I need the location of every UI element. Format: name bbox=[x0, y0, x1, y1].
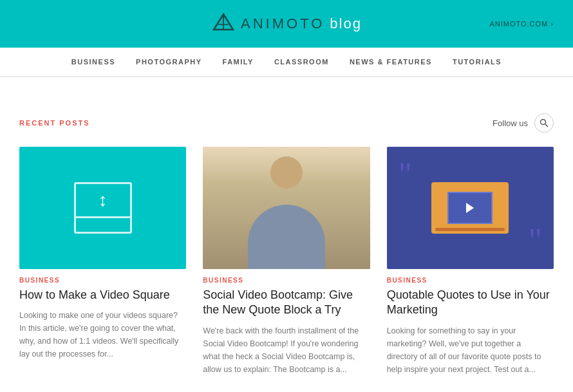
section-title: RECENT POSTS bbox=[19, 119, 90, 127]
posts-grid: ↕ BUSINESS How to Make a Video Square Lo… bbox=[19, 147, 554, 376]
post-1-title: How to Make a Video Square bbox=[19, 288, 186, 303]
play-icon bbox=[466, 203, 474, 213]
nav-divider bbox=[0, 77, 573, 77]
logo-blog: blog bbox=[330, 15, 362, 32]
post-card-3[interactable]: " " BUSINESS Quotable Quotes to Use in Y… bbox=[387, 147, 554, 376]
site-link[interactable]: ANIMOTO.COM › bbox=[489, 20, 554, 28]
person-photo bbox=[203, 147, 370, 269]
nav-business[interactable]: BUSINESS bbox=[71, 58, 115, 66]
post-3-excerpt: Looking for something to say in your mar… bbox=[387, 324, 554, 376]
post-1-excerpt: Looking to make one of your videos squar… bbox=[19, 309, 186, 360]
logo-icon bbox=[211, 12, 236, 36]
post-1-category: BUSINESS bbox=[19, 277, 186, 284]
nav-classroom[interactable]: CLASSROOM bbox=[274, 58, 329, 66]
follow-label: Follow us bbox=[493, 118, 528, 128]
keyboard-row bbox=[435, 228, 505, 231]
post-card-1[interactable]: ↕ BUSINESS How to Make a Video Square Lo… bbox=[19, 147, 186, 376]
nav-photography[interactable]: PHOTOGRAPHY bbox=[136, 58, 202, 66]
search-icon bbox=[540, 118, 549, 127]
arrow-updown-icon: ↕ bbox=[99, 191, 108, 209]
post-2-excerpt: We're back with the fourth installment o… bbox=[203, 324, 370, 376]
nav-family[interactable]: FAMILY bbox=[223, 58, 254, 66]
quote-left-icon: " bbox=[399, 158, 412, 192]
section-header: RECENT POSTS Follow us bbox=[19, 113, 554, 133]
square-video-icon: ↕ bbox=[74, 182, 132, 234]
site-header: ANIMOTO blog ANIMOTO.COM › bbox=[0, 0, 573, 48]
post-3-category: BUSINESS bbox=[387, 277, 554, 284]
icon-bottom bbox=[76, 218, 130, 232]
post-card-2[interactable]: BUSINESS Social Video Bootcamp: Give the… bbox=[203, 147, 370, 376]
post-image-3: " " bbox=[387, 147, 554, 269]
nav-tutorials[interactable]: TUTORIALS bbox=[453, 58, 502, 66]
quote-right-icon: " bbox=[529, 224, 542, 257]
laptop-graphic bbox=[431, 182, 509, 234]
svg-point-3 bbox=[541, 120, 546, 125]
svg-line-4 bbox=[545, 124, 549, 127]
logo[interactable]: ANIMOTO blog bbox=[211, 12, 362, 36]
main-nav: BUSINESS PHOTOGRAPHY FAMILY CLASSROOM NE… bbox=[0, 48, 573, 77]
main-content: RECENT POSTS Follow us ↕ B bbox=[6, 95, 567, 392]
nav-news-features[interactable]: NEWS & FEATURES bbox=[350, 58, 432, 66]
post-2-category: BUSINESS bbox=[203, 277, 370, 284]
follow-search-area: Follow us bbox=[493, 113, 554, 133]
search-button[interactable] bbox=[534, 113, 554, 133]
logo-text: ANIMOTO bbox=[241, 15, 324, 32]
post-image-2 bbox=[203, 147, 370, 269]
laptop-screen bbox=[447, 192, 493, 224]
icon-top: ↕ bbox=[76, 184, 130, 218]
post-3-title: Quotable Quotes to Use in Your Marketing bbox=[387, 288, 554, 318]
post-image-1: ↕ bbox=[19, 147, 186, 269]
post-2-title: Social Video Bootcamp: Give the New Quot… bbox=[203, 288, 370, 318]
